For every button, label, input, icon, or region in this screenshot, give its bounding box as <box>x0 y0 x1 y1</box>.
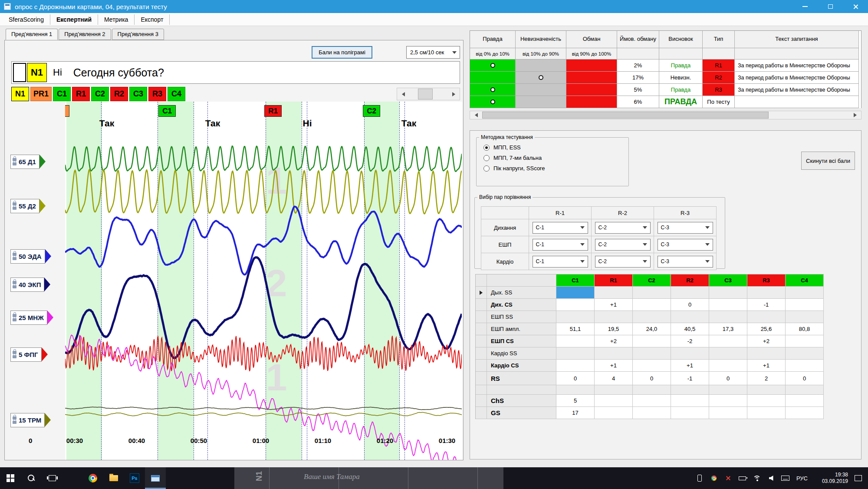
menu-item-3[interactable]: Метрика <box>98 14 135 25</box>
score-row[interactable]: Дих. CS+10-1 <box>476 299 824 311</box>
pair-combobox[interactable]: C-3 <box>658 256 713 268</box>
score-cell[interactable]: 4 <box>595 372 633 385</box>
score-cell[interactable] <box>633 347 671 360</box>
results-row[interactable]: 6%ПРАВДАПо тесту <box>470 96 861 108</box>
maximize-button[interactable] <box>818 0 843 13</box>
score-cell[interactable] <box>747 407 786 419</box>
start-button[interactable] <box>0 467 21 489</box>
score-cell[interactable] <box>786 311 824 323</box>
score-row[interactable] <box>476 385 824 395</box>
scroll-thumb[interactable] <box>482 112 769 119</box>
score-cell[interactable]: 25,6 <box>747 323 786 335</box>
score-cell[interactable] <box>786 335 824 347</box>
menu-item-2[interactable]: Експертний <box>50 14 98 25</box>
notification-center-button[interactable] <box>848 467 868 489</box>
score-cell[interactable] <box>595 311 633 323</box>
score-cell[interactable] <box>633 395 671 407</box>
radio-button[interactable] <box>483 145 490 151</box>
score-cell[interactable] <box>786 360 824 372</box>
score-cell[interactable]: +2 <box>747 335 786 347</box>
score-cell[interactable] <box>747 395 786 407</box>
results-row[interactable]: 2%ПравдаR1За период работы в Министерств… <box>470 59 861 72</box>
score-cell[interactable]: 51,1 <box>556 323 595 335</box>
score-cell[interactable] <box>786 287 824 299</box>
score-cell[interactable] <box>709 335 747 347</box>
score-cell[interactable] <box>709 299 747 311</box>
score-cell[interactable]: 17,3 <box>709 323 747 335</box>
score-cell[interactable]: -2 <box>671 335 709 347</box>
methodology-option-2[interactable]: МПП, 7-ми бальна <box>483 155 628 161</box>
score-cell[interactable]: 0 <box>671 299 709 311</box>
score-cell[interactable] <box>556 299 595 311</box>
score-cell[interactable] <box>671 385 709 395</box>
score-cell[interactable] <box>633 407 671 419</box>
tab-presentation-1[interactable]: Пред'явлення 1 <box>6 29 58 40</box>
channel-chip-экп[interactable]: 40 ЭКП <box>10 277 50 292</box>
score-cell[interactable] <box>747 311 786 323</box>
channel-chip-фпг[interactable]: 5 ФПГ <box>10 347 48 362</box>
scroll-right-button[interactable] <box>849 111 861 119</box>
score-cell[interactable] <box>595 407 633 419</box>
clock[interactable]: 19:38 03.09.2019 <box>812 467 848 489</box>
zone-chip-r1[interactable]: R1 <box>72 87 90 101</box>
zone-chip-c2[interactable]: C2 <box>91 87 109 101</box>
score-cell[interactable]: 0 <box>786 372 824 385</box>
methodology-option-3[interactable]: Пік напруги, SScore <box>483 165 628 172</box>
score-cell[interactable] <box>556 360 595 372</box>
score-cell[interactable] <box>747 385 786 395</box>
score-cell[interactable]: +1 <box>595 360 633 372</box>
score-row[interactable]: GS17 <box>476 407 824 419</box>
pair-combobox[interactable]: C-3 <box>658 239 713 251</box>
taskbar-explorer[interactable] <box>103 467 124 489</box>
zone-chip-c3[interactable]: C3 <box>129 87 147 101</box>
score-cell[interactable] <box>709 360 747 372</box>
results-row[interactable]: 5%ПравдаR3За период работы в Министерств… <box>470 84 861 96</box>
scroll-left-button[interactable] <box>397 88 409 100</box>
tray-device-button[interactable] <box>692 467 707 489</box>
scores-on-polygram-button[interactable]: Бали на поліграмі <box>312 46 372 59</box>
score-row[interactable]: RS040-1020 <box>476 372 824 385</box>
score-row[interactable]: ЕШП CS+2-2+2 <box>476 335 824 347</box>
score-cell[interactable] <box>747 347 786 360</box>
search-button[interactable] <box>21 467 42 489</box>
tab-presentation-2[interactable]: Пред'явлення 2 <box>59 29 111 40</box>
score-cell[interactable] <box>633 287 671 299</box>
zone-marker-c1[interactable]: C1 <box>158 105 176 117</box>
score-cell[interactable]: +2 <box>595 335 633 347</box>
score-cell[interactable] <box>671 347 709 360</box>
channel-chip-эда[interactable]: 50 ЭДА <box>10 249 51 264</box>
zone-chip-r3[interactable]: R3 <box>148 87 166 101</box>
zone-marker-r1[interactable]: R1 <box>264 105 282 117</box>
score-cell[interactable]: 0 <box>633 372 671 385</box>
score-cell[interactable] <box>633 360 671 372</box>
score-cell[interactable]: 5 <box>556 395 595 407</box>
score-cell[interactable]: +1 <box>671 360 709 372</box>
results-scrollbar[interactable] <box>470 111 861 119</box>
score-cell[interactable] <box>709 385 747 395</box>
score-cell[interactable] <box>709 347 747 360</box>
score-cell[interactable]: 2 <box>747 372 786 385</box>
score-cell[interactable]: 80,8 <box>786 323 824 335</box>
score-cell[interactable]: 0 <box>709 372 747 385</box>
pair-combobox[interactable]: C-2 <box>595 256 651 268</box>
pair-combobox[interactable]: C-1 <box>533 256 588 268</box>
score-cell[interactable] <box>556 287 595 299</box>
score-cell[interactable]: +1 <box>595 299 633 311</box>
channel-chip-мнж[interactable]: 25 МНЖ <box>10 310 53 325</box>
reset-scores-button[interactable]: Скинути всі бали <box>801 152 855 170</box>
methodology-option-1[interactable]: МПП, ESS <box>483 144 628 151</box>
score-cell[interactable] <box>633 385 671 395</box>
taskbar-active-app[interactable] <box>145 467 166 489</box>
score-cell[interactable] <box>671 311 709 323</box>
tray-keyboard-button[interactable] <box>778 467 792 489</box>
zone-marker-c2[interactable]: C2 <box>363 105 380 117</box>
score-cell[interactable] <box>786 395 824 407</box>
plot-area[interactable]: 121 C1R1C2ТакТакНіТак00:3000:4000:5001:0… <box>65 102 462 460</box>
scroll-thumb[interactable] <box>418 89 433 99</box>
minimize-button[interactable] <box>792 0 818 13</box>
score-cell[interactable] <box>671 407 709 419</box>
tray-volume-button[interactable] <box>764 467 778 489</box>
menu-item-4[interactable]: Експорт <box>135 14 170 25</box>
score-row[interactable]: Кардіо CS+1+1+1 <box>476 360 824 372</box>
score-cell[interactable] <box>556 335 595 347</box>
